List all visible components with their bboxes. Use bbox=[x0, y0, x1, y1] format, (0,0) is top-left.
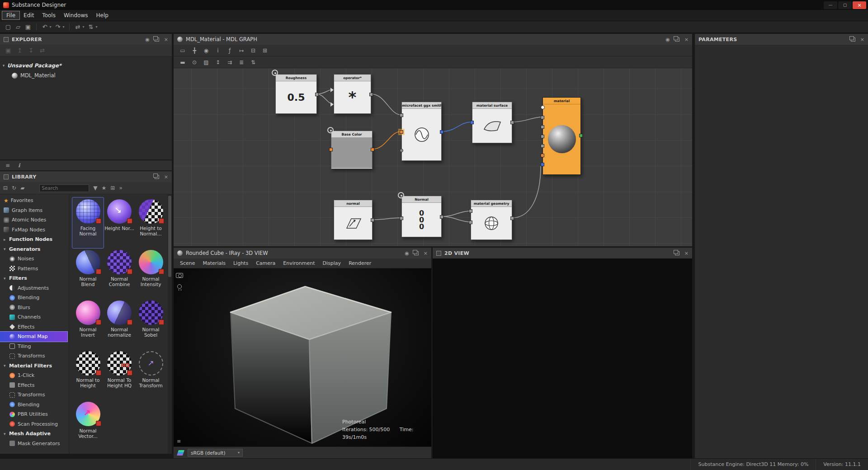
graph-stack-button[interactable]: ≣ bbox=[237, 58, 246, 67]
overflow-menu-icon[interactable]: » bbox=[119, 185, 122, 191]
undo-button[interactable]: ↶ bbox=[40, 23, 49, 32]
library-tree-item-1-click[interactable]: 1-Click bbox=[0, 371, 69, 381]
graph-item-row[interactable]: MDL_Material bbox=[0, 70, 172, 80]
input-port[interactable] bbox=[541, 105, 545, 109]
library-tree-item-tiling[interactable]: Tiling bbox=[0, 342, 69, 352]
library-refresh-button[interactable]: ↻ bbox=[12, 185, 16, 191]
info-icon[interactable]: i bbox=[18, 162, 20, 169]
camera-icon[interactable] bbox=[176, 273, 183, 278]
input-port[interactable] bbox=[541, 144, 544, 148]
library-tree-item-channels[interactable]: Channels bbox=[0, 312, 69, 322]
menu-file[interactable]: File bbox=[2, 11, 19, 19]
input-port[interactable] bbox=[400, 130, 403, 134]
caret-down-icon[interactable]: ▾ bbox=[4, 247, 9, 251]
input-port[interactable] bbox=[541, 154, 544, 157]
node-operator-multiply[interactable]: operator* * bbox=[334, 74, 371, 114]
output-port[interactable] bbox=[579, 134, 583, 137]
share-button[interactable]: ⇅ bbox=[86, 23, 95, 32]
input-port[interactable] bbox=[470, 121, 474, 124]
menu-materials[interactable]: Materials bbox=[199, 259, 229, 267]
node-roughness[interactable]: Roughness 0.5 bbox=[275, 74, 317, 114]
library-grid-item-normal-transform[interactable]: Normal Transform bbox=[135, 349, 166, 400]
graph-pin-node-button[interactable]: ↕ bbox=[213, 58, 222, 67]
close-panel-icon[interactable]: × bbox=[684, 251, 689, 256]
filter-funnel-icon[interactable]: ▼ bbox=[93, 185, 97, 191]
graph-grid-button[interactable]: ⊞ bbox=[260, 46, 269, 55]
node-material-geometry[interactable]: material geometry bbox=[471, 200, 512, 240]
input-port[interactable] bbox=[330, 88, 334, 92]
output-port[interactable] bbox=[510, 216, 514, 220]
caret-down-icon[interactable]: ▾ bbox=[0, 63, 7, 68]
sync-caret-icon[interactable]: ▾ bbox=[81, 23, 85, 32]
menu-windows[interactable]: Windows bbox=[60, 11, 92, 19]
view2d-viewport[interactable] bbox=[433, 258, 692, 458]
explorer-export-button[interactable]: ↧ bbox=[28, 47, 33, 54]
graph-transform-tool-button[interactable]: ╋ bbox=[190, 46, 199, 55]
hierarchy-icon[interactable]: ≡ bbox=[5, 162, 10, 169]
node-normal-vector[interactable]: Normal 0 0 0 bbox=[401, 196, 442, 237]
graph-frame-button[interactable]: ▨ bbox=[202, 58, 211, 67]
library-tree-item-blurs[interactable]: Blurs bbox=[0, 303, 69, 313]
float-panel-icon[interactable] bbox=[155, 175, 159, 179]
graph-canvas[interactable]: Roughness 0.5 operator* * Base Color mic… bbox=[174, 68, 692, 246]
library-grid-item-height-to-normal[interactable]: Height to Normal... bbox=[135, 197, 166, 248]
menu-edit[interactable]: Edit bbox=[19, 11, 38, 19]
output-port[interactable] bbox=[440, 130, 443, 134]
redo-button[interactable]: ↷ bbox=[53, 23, 62, 32]
node-normal[interactable]: normal bbox=[334, 200, 373, 240]
library-grid-item-normal-intensity[interactable]: Normal Intensity bbox=[135, 248, 166, 299]
node-base-color[interactable]: Base Color bbox=[331, 131, 373, 169]
explorer-link-button[interactable]: ⇄ bbox=[40, 47, 45, 54]
library-tree-item-material-filters[interactable]: ▾Material Filters bbox=[0, 361, 69, 371]
save-button[interactable]: ▣ bbox=[24, 23, 33, 32]
view3d-viewport[interactable]: Photoreal Iterations: 500/500 Time: 39s/… bbox=[174, 268, 431, 446]
input-port[interactable] bbox=[541, 116, 544, 119]
output-port[interactable] bbox=[369, 93, 373, 96]
input-port[interactable] bbox=[541, 135, 544, 138]
node-material[interactable]: material bbox=[542, 97, 581, 175]
graph-collapse-button[interactable]: ⊟ bbox=[249, 46, 258, 55]
library-edit-button[interactable]: ▰ bbox=[20, 185, 24, 191]
menu-lights[interactable]: Lights bbox=[230, 259, 252, 267]
menu-display[interactable]: Display bbox=[319, 259, 345, 267]
library-tree-item-fxmap-nodes[interactable]: FxMap Nodes bbox=[0, 225, 69, 235]
close-panel-icon[interactable]: × bbox=[424, 251, 428, 256]
output-port[interactable] bbox=[510, 121, 514, 124]
close-panel-icon[interactable]: × bbox=[164, 37, 168, 42]
caret-down-icon[interactable]: ▾ bbox=[4, 363, 9, 368]
graph-select-tool-button[interactable]: ▭ bbox=[178, 46, 187, 55]
library-tree-item-adjustments[interactable]: Adjustments bbox=[0, 283, 69, 293]
float-panel-icon[interactable] bbox=[675, 38, 679, 42]
library-tree-item-generators[interactable]: ▾Generators bbox=[0, 244, 69, 254]
minimize-button[interactable]: — bbox=[824, 1, 837, 9]
menu-camera[interactable]: Camera bbox=[252, 259, 279, 267]
output-port[interactable] bbox=[371, 218, 374, 222]
menu-scene[interactable]: Scene bbox=[176, 259, 199, 267]
node-material-surface[interactable]: material surface bbox=[472, 102, 512, 143]
share-caret-icon[interactable]: ▾ bbox=[94, 23, 99, 32]
output-port[interactable] bbox=[440, 215, 443, 219]
menu-help[interactable]: Help bbox=[92, 11, 112, 19]
library-grid-item-facing-normal[interactable]: Facing Normal bbox=[72, 197, 104, 248]
pin-icon[interactable]: ◉ bbox=[145, 37, 150, 42]
menu-environment[interactable]: Environment bbox=[279, 259, 318, 267]
float-panel-icon[interactable] bbox=[155, 38, 159, 42]
output-port[interactable] bbox=[315, 93, 319, 96]
input-port[interactable] bbox=[330, 102, 334, 107]
input-port[interactable] bbox=[469, 209, 472, 213]
input-port[interactable] bbox=[400, 149, 403, 152]
new-document-button[interactable]: ▢ bbox=[4, 23, 13, 32]
library-tree-item-atomic-nodes[interactable]: Atomic Nodes bbox=[0, 215, 69, 225]
undo-caret-icon[interactable]: ▾ bbox=[48, 23, 52, 32]
library-tree-item-mesh-adaptive[interactable]: ▾Mesh Adaptive bbox=[0, 429, 69, 439]
input-port[interactable] bbox=[541, 163, 544, 166]
viewport-options-icon[interactable]: ≡ bbox=[177, 438, 181, 444]
float-panel-icon[interactable] bbox=[851, 38, 855, 42]
explorer-import-button[interactable]: ↥ bbox=[17, 47, 22, 54]
library-tree-item-pbr-utilities[interactable]: PBR Utilities bbox=[0, 409, 69, 419]
graph-link-button[interactable]: ↦ bbox=[237, 46, 246, 55]
graph-align-vertical-button[interactable]: ⇅ bbox=[249, 58, 258, 67]
input-port[interactable] bbox=[541, 125, 544, 129]
library-grid-item-normal-combine[interactable]: Normal Combine bbox=[104, 248, 135, 299]
graph-comment-button[interactable]: ▬ bbox=[178, 58, 187, 67]
